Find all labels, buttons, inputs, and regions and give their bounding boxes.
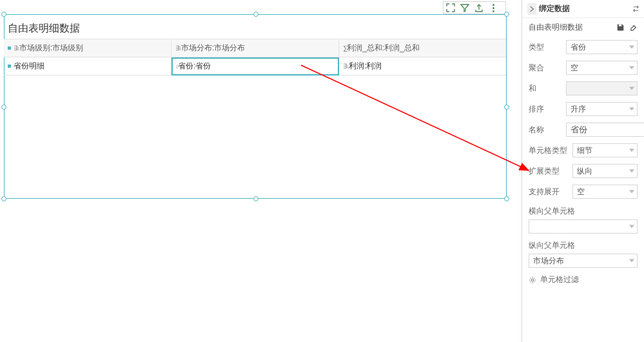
resize-handle[interactable] bbox=[253, 12, 259, 17]
cell-a1[interactable]: 省份明细 bbox=[4, 57, 171, 75]
resize-handle[interactable] bbox=[1, 196, 6, 201]
resize-handle[interactable] bbox=[504, 12, 509, 17]
support-label: 支持展开 bbox=[529, 186, 567, 197]
type-value: 省份 bbox=[571, 42, 586, 53]
name-input[interactable] bbox=[566, 123, 644, 137]
sort-label: 排序 bbox=[529, 104, 561, 115]
type-select[interactable]: 省份 bbox=[566, 40, 638, 54]
col-c-label: 利润_总和:利润_总和 bbox=[347, 43, 420, 54]
cell-b1-selected[interactable]: ↓ 省份:省份 bbox=[171, 57, 339, 75]
swap-icon[interactable] bbox=[631, 5, 640, 14]
chevron-down-icon bbox=[629, 225, 634, 228]
hparent-label: 横向父单元格 bbox=[522, 202, 644, 218]
expand-icon[interactable] bbox=[446, 3, 455, 12]
cell-a1-label: 省份明细 bbox=[14, 61, 44, 72]
gear-icon bbox=[529, 276, 536, 284]
chevron-down-icon bbox=[629, 108, 634, 111]
celltype-label: 单元格类型 bbox=[529, 145, 567, 156]
field-agg: 聚合 空 bbox=[522, 57, 644, 78]
list-sort-icon: ∃↓ bbox=[175, 45, 181, 52]
save-icon[interactable] bbox=[616, 23, 625, 32]
chevron-down-icon bbox=[629, 149, 634, 152]
data-row: 省份明细 ↓ 省份:省份 ∃↓ 利润:利润 bbox=[4, 57, 506, 75]
properties-panel: 绑定数据 自由表明细数据 类型 省份 聚合 空 和 排序 升序 bbox=[522, 0, 644, 342]
col-header-c[interactable]: ∑ 利润_总和:利润_总和 bbox=[339, 39, 506, 57]
cell-filter-label: 单元格过滤 bbox=[540, 274, 579, 285]
celltype-select[interactable]: 细节 bbox=[572, 143, 638, 157]
expandtype-select[interactable]: 纵向 bbox=[572, 164, 638, 178]
panel-title: 自由表明细数据 bbox=[8, 22, 80, 35]
resize-handle[interactable] bbox=[1, 105, 6, 110]
detail-marker-icon bbox=[8, 46, 11, 50]
chevron-down-icon bbox=[629, 259, 634, 263]
resize-handle[interactable] bbox=[253, 196, 259, 201]
export-icon[interactable] bbox=[474, 3, 483, 12]
panel-header-label: 绑定数据 bbox=[539, 3, 570, 14]
resize-handle[interactable] bbox=[1, 12, 6, 17]
field-celltype: 单元格类型 细节 bbox=[522, 140, 644, 161]
list-sort-icon: ∃↓ bbox=[14, 45, 19, 52]
resize-handle[interactable] bbox=[504, 196, 509, 201]
agg-select[interactable]: 空 bbox=[566, 61, 638, 75]
header-row: ∃↓ 市场级别:市场级别 ∃↓ 市场分布:市场分布 ∑ 利润_总和:利润_总和 bbox=[4, 39, 506, 57]
svg-point-0 bbox=[531, 279, 533, 281]
vparent-label: 纵向父单元格 bbox=[522, 236, 644, 252]
chevron-down-icon bbox=[629, 87, 634, 90]
sort-value: 升序 bbox=[571, 104, 586, 115]
collapse-icon[interactable] bbox=[527, 3, 536, 15]
col-header-b[interactable]: ∃↓ 市场分布:市场分布 bbox=[171, 39, 339, 57]
cell-b1-label: 省份:省份 bbox=[178, 61, 211, 72]
panel-toolbar bbox=[443, 1, 506, 14]
vparent-value: 市场分布 bbox=[533, 256, 564, 267]
col-header-a[interactable]: ∃↓ 市场级别:市场级别 bbox=[4, 39, 171, 57]
cell-filter-link[interactable]: 单元格过滤 bbox=[522, 270, 644, 289]
datasource-row: 自由表明细数据 bbox=[522, 18, 644, 37]
expandtype-label: 扩展类型 bbox=[529, 166, 567, 177]
expandtype-value: 纵向 bbox=[577, 166, 592, 177]
panel-header: 绑定数据 bbox=[522, 0, 644, 18]
type-label: 类型 bbox=[529, 42, 561, 53]
data-grid: ∃↓ 市场级别:市场级别 ∃↓ 市场分布:市场分布 ∑ 利润_总和:利润_总和 … bbox=[4, 39, 506, 75]
field-agg2: 和 bbox=[522, 78, 644, 99]
agg-label: 聚合 bbox=[529, 63, 561, 74]
support-select[interactable]: 空 bbox=[572, 185, 638, 199]
more-icon[interactable] bbox=[489, 3, 498, 12]
chevron-down-icon bbox=[629, 66, 634, 70]
sort-select[interactable]: 升序 bbox=[566, 102, 638, 116]
cell-c1-label: 利润:利润 bbox=[349, 61, 382, 72]
field-type: 类型 省份 bbox=[522, 37, 644, 57]
resize-handle[interactable] bbox=[504, 105, 509, 110]
agg-value: 空 bbox=[571, 63, 578, 74]
support-value: 空 bbox=[577, 186, 585, 197]
field-expandtype: 扩展类型 纵向 bbox=[522, 161, 644, 181]
agg2-select[interactable] bbox=[566, 81, 638, 96]
vparent-select[interactable]: 市场分布 bbox=[529, 254, 638, 268]
chevron-down-icon bbox=[629, 170, 634, 173]
erase-icon[interactable] bbox=[629, 23, 638, 32]
chevron-down-icon bbox=[629, 46, 634, 49]
hparent-select[interactable] bbox=[529, 219, 638, 234]
detail-marker-icon bbox=[8, 65, 11, 68]
agg2-label: 和 bbox=[529, 83, 561, 94]
name-label: 名称 bbox=[529, 125, 561, 136]
chevron-down-icon bbox=[629, 190, 634, 194]
col-b-label: 市场分布:市场分布 bbox=[181, 43, 245, 54]
cell-c1[interactable]: ∃↓ 利润:利润 bbox=[339, 57, 506, 75]
list-sort-icon: ∃↓ bbox=[343, 63, 349, 70]
field-support: 支持展开 空 bbox=[522, 181, 644, 202]
field-sort: 排序 升序 bbox=[522, 99, 644, 119]
filter-icon[interactable] bbox=[460, 3, 469, 12]
field-name: 名称 bbox=[522, 119, 644, 140]
datasource-label: 自由表明细数据 bbox=[529, 22, 583, 33]
celltype-value: 细节 bbox=[577, 145, 592, 156]
col-a-label: 市场级别:市场级别 bbox=[19, 43, 83, 54]
